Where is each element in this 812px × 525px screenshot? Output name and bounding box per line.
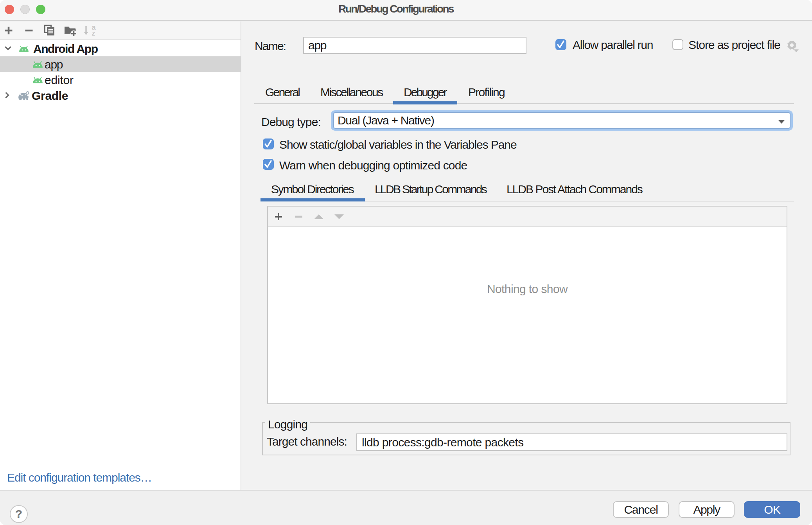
svg-text:z: z bbox=[92, 29, 95, 36]
